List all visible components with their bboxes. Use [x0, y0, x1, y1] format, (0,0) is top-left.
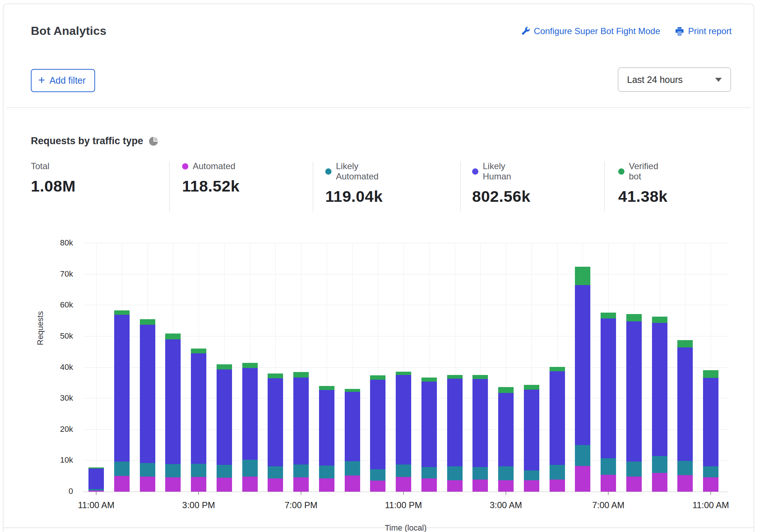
bar-500pm [242, 363, 258, 492]
bar-600am [575, 267, 590, 492]
y-tick-label: 0 [51, 487, 73, 496]
segment-likely-automated [626, 462, 642, 477]
stat-likely-human-label: Likely Human [483, 161, 530, 182]
segment-verified-bot [601, 313, 616, 318]
y-tick-label: 80k [51, 238, 73, 248]
section-title: Requests by traffic type [31, 135, 158, 147]
bar-800am [626, 314, 642, 492]
segment-automated [191, 477, 206, 492]
bar-200am [472, 375, 488, 492]
segment-likely-human [268, 378, 283, 466]
segment-likely-human [421, 382, 437, 467]
gridline-h [83, 367, 728, 368]
stat-likely-human: Likely Human 802.56k [472, 161, 530, 205]
bar-900am [652, 317, 667, 492]
bot-analytics-screen: Bot Analytics Configure Super Bot Fight … [0, 0, 757, 532]
segment-automated [293, 477, 309, 492]
gridline-v [378, 243, 378, 492]
gridline-v [275, 243, 276, 492]
card-bottom-divider [3, 528, 754, 528]
segment-verified-bot [575, 267, 590, 285]
segment-automated [626, 477, 642, 492]
bar-1000am [677, 340, 693, 492]
stat-total-value: 1.08M [31, 177, 76, 195]
y-tick-label: 20k [51, 424, 73, 434]
segment-likely-human [293, 378, 309, 465]
segment-likely-automated [140, 463, 155, 477]
segment-verified-bot [396, 372, 411, 375]
x-tick-mark [608, 492, 609, 495]
bar-400am [524, 385, 539, 492]
x-tick-mark [403, 492, 404, 495]
gridline-v [429, 243, 430, 492]
gridline-h [83, 274, 728, 274]
segment-verified-bot [191, 349, 206, 353]
gridline-v [608, 243, 609, 492]
bar-700am [601, 313, 616, 492]
segment-likely-automated [575, 445, 590, 466]
segment-verified-bot [447, 375, 463, 379]
gridline-v [96, 243, 97, 492]
segment-likely-human [370, 380, 385, 470]
likely-human-dot-icon [472, 168, 478, 175]
segment-automated [396, 477, 411, 492]
segment-likely-automated [524, 470, 539, 480]
segment-automated [242, 477, 258, 492]
segment-verified-bot [293, 372, 309, 377]
bar-1100am [88, 467, 104, 492]
x-tick-label: 3:00 AM [473, 500, 539, 510]
segment-verified-bot [550, 367, 565, 371]
segment-likely-human [652, 323, 667, 456]
segment-likely-automated [396, 464, 411, 477]
stat-likely-human-value: 802.56k [472, 187, 530, 205]
segment-automated [447, 480, 463, 492]
gridline-v [634, 243, 634, 492]
gridline-h [83, 243, 728, 243]
segment-verified-bot [114, 310, 130, 315]
analytics-card: Bot Analytics Configure Super Bot Fight … [3, 4, 754, 532]
segment-likely-automated [421, 467, 437, 478]
segment-likely-human [114, 315, 130, 462]
segment-likely-human [524, 390, 539, 471]
segment-likely-automated [319, 466, 334, 479]
gridline-v [301, 243, 301, 492]
segment-verified-bot [165, 334, 181, 339]
gridline-h [83, 492, 728, 492]
x-tick-label: 7:00 PM [268, 500, 334, 510]
gridline-v [224, 243, 225, 492]
print-link-label: Print report [688, 26, 732, 36]
segment-automated [601, 475, 616, 492]
bar-400pm [217, 364, 232, 492]
bar-600pm [268, 374, 283, 492]
segment-automated [550, 480, 565, 492]
segment-likely-human [319, 390, 334, 466]
bar-700pm [293, 372, 309, 492]
x-tick-mark [301, 492, 301, 495]
bar-1000pm [370, 375, 385, 492]
segment-verified-bot [242, 363, 258, 368]
y-tick-label: 70k [51, 269, 73, 279]
gridline-v [250, 243, 250, 492]
x-tick-label: 11:00 AM [678, 500, 744, 510]
y-tick-label: 60k [51, 300, 73, 310]
bar-1200am [421, 378, 437, 492]
segment-likely-human [601, 318, 616, 458]
segment-likely-human [703, 378, 718, 466]
y-tick-label: 10k [51, 455, 73, 465]
section-title-text: Requests by traffic type [31, 135, 143, 147]
bar-1100am [703, 370, 718, 492]
print-report-link[interactable]: Print report [675, 26, 732, 36]
gridline-v [173, 243, 173, 492]
configure-super-bot-fight-mode-link[interactable]: Configure Super Bot Fight Mode [521, 26, 660, 36]
segment-verified-bot [217, 364, 232, 369]
pie-chart-icon [149, 137, 158, 146]
segment-verified-bot [677, 340, 693, 347]
segment-automated [524, 480, 539, 492]
add-filter-button[interactable]: + Add filter [31, 69, 95, 92]
segment-automated [370, 481, 385, 492]
y-tick-label: 50k [51, 331, 73, 341]
time-range-select[interactable]: Last 24 hours [618, 68, 731, 92]
x-tick-mark [198, 492, 199, 495]
plot-area: 11:00 AM3:00 PM7:00 PM11:00 PM3:00 AM7:0… [83, 243, 728, 492]
segment-automated [498, 480, 514, 492]
